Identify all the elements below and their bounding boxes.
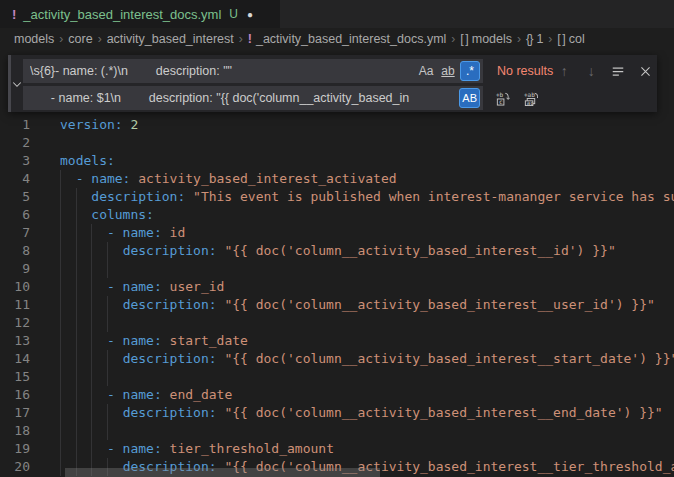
code-line-text: description: "This event is published wh… xyxy=(30,188,674,206)
indent-guide xyxy=(76,314,77,332)
code-line[interactable]: 12 xyxy=(0,314,674,332)
yaml-warning-icon: ! xyxy=(12,7,16,22)
line-number: 13 xyxy=(0,332,30,350)
code-line[interactable]: 5 description: "This event is published … xyxy=(0,188,674,206)
indent-guide xyxy=(91,440,92,458)
breadcrumb-item[interactable]: {}1 xyxy=(526,32,543,46)
indent-guide xyxy=(76,404,77,422)
match-case-toggle[interactable]: Aa xyxy=(416,61,436,81)
breadcrumb-separator: › xyxy=(548,32,552,46)
toggle-replace-button[interactable] xyxy=(11,55,23,112)
find-input[interactable]: \s{6}- name: (.*)\n description: "" Aa a… xyxy=(23,59,483,83)
code-line[interactable]: 16 - name: end_date xyxy=(0,386,674,404)
line-number: 9 xyxy=(0,260,30,278)
replace-button[interactable]: +b c xyxy=(491,87,513,109)
code-line[interactable]: 18 xyxy=(0,422,674,440)
code-line[interactable]: 4 - name: activity_based_interest_activa… xyxy=(0,170,674,188)
indent-guide xyxy=(60,386,61,404)
find-results-status: No results xyxy=(497,64,553,78)
breadcrumb-item[interactable]: core xyxy=(68,32,92,46)
git-untracked-badge: U xyxy=(229,7,238,21)
code-line[interactable]: 3models: xyxy=(0,152,674,170)
line-number: 8 xyxy=(0,242,30,260)
replace-all-icon: +ab ac xyxy=(523,91,538,106)
code-line[interactable]: 7 - name: id xyxy=(0,224,674,242)
chevron-down-icon xyxy=(11,78,23,90)
breadcrumb-label: activity_based_interest xyxy=(107,32,234,46)
code-line-text: - name: tier_threshold_amount xyxy=(30,440,674,458)
breadcrumb-item[interactable]: [ ]col xyxy=(557,32,584,46)
tab-active-file[interactable]: ! _activity_based_interest_docs.yml U ● xyxy=(0,0,280,28)
code-line[interactable]: 9 xyxy=(0,260,674,278)
code-line[interactable]: 1version: 2 xyxy=(0,116,674,134)
indent-guide xyxy=(60,440,61,458)
code-line[interactable]: 13 - name: start_date xyxy=(0,332,674,350)
breadcrumb-item[interactable]: [ ]models xyxy=(460,32,512,46)
breadcrumb-item[interactable]: activity_based_interest xyxy=(107,32,234,46)
code-line[interactable]: 15 xyxy=(0,368,674,386)
editor-pane[interactable]: 1version: 223models:4 - name: activity_b… xyxy=(0,50,674,477)
modified-dot-icon[interactable]: ● xyxy=(247,9,253,20)
code-line[interactable]: 11 description: "{{ doc('column__activit… xyxy=(0,296,674,314)
indent-guide xyxy=(60,350,61,368)
code-line-text: models: xyxy=(30,152,674,170)
code-line-text xyxy=(30,134,674,152)
indent-guide xyxy=(107,260,108,278)
tab-filename: _activity_based_interest_docs.yml xyxy=(23,7,221,22)
line-number: 6 xyxy=(0,206,30,224)
code-area[interactable]: 1version: 223models:4 - name: activity_b… xyxy=(0,116,674,476)
line-number: 10 xyxy=(0,278,30,296)
indent-guide xyxy=(91,350,92,368)
indent-guide xyxy=(91,242,92,260)
indent-guide xyxy=(60,332,61,350)
symbol-object-icon: {} xyxy=(526,32,532,46)
line-number: 5 xyxy=(0,188,30,206)
code-line-text xyxy=(30,422,674,440)
indent-guide xyxy=(76,368,77,386)
code-line[interactable]: 19 - name: tier_threshold_amount xyxy=(0,440,674,458)
replace-all-button[interactable]: +ab ac xyxy=(519,87,541,109)
indent-guide xyxy=(76,278,77,296)
indent-guide xyxy=(107,314,108,332)
line-number: 19 xyxy=(0,440,30,458)
horizontal-scrollbar[interactable] xyxy=(65,468,380,477)
code-line[interactable]: 14 description: "{{ doc('column__activit… xyxy=(0,350,674,368)
code-line-text: version: 2 xyxy=(30,116,674,134)
tab-bar: ! _activity_based_interest_docs.yml U ● xyxy=(0,0,674,28)
find-in-selection-button[interactable] xyxy=(607,60,629,82)
regex-toggle[interactable]: .* xyxy=(460,61,480,81)
symbol-array-icon: [ ] xyxy=(557,32,564,46)
code-line[interactable]: 6 columns: xyxy=(0,206,674,224)
indent-guide xyxy=(60,224,61,242)
preserve-case-toggle[interactable]: AB xyxy=(459,88,480,108)
indent-guide xyxy=(91,332,92,350)
indent-guide xyxy=(76,386,77,404)
previous-match-button[interactable]: ↑ xyxy=(553,60,575,82)
breadcrumb-item[interactable]: !_activity_based_interest_docs.yml xyxy=(248,32,447,46)
close-find-widget-button[interactable] xyxy=(634,60,656,82)
indent-guide xyxy=(107,242,108,260)
line-number: 4 xyxy=(0,170,30,188)
line-number: 17 xyxy=(0,404,30,422)
indent-guide xyxy=(60,296,61,314)
code-line[interactable]: 17 description: "{{ doc('column__activit… xyxy=(0,404,674,422)
whole-word-toggle[interactable]: ab xyxy=(438,61,458,81)
breadcrumb-label: _activity_based_interest_docs.yml xyxy=(256,32,446,46)
close-icon xyxy=(639,65,652,78)
indent-guide xyxy=(60,422,61,440)
breadcrumb-item[interactable]: models xyxy=(14,32,54,46)
breadcrumb: models›core›activity_based_interest›!_ac… xyxy=(0,28,674,50)
breadcrumb-label: models xyxy=(14,32,54,46)
indent-guide xyxy=(91,224,92,242)
next-match-button[interactable]: ↓ xyxy=(580,60,602,82)
indent-guide xyxy=(76,332,77,350)
replace-input[interactable]: - name: $1\n description: "{{ doc('colum… xyxy=(23,86,483,110)
code-line[interactable]: 2 xyxy=(0,134,674,152)
breadcrumb-separator: › xyxy=(517,32,521,46)
code-line[interactable]: 8 description: "{{ doc('column__activity… xyxy=(0,242,674,260)
code-line-text: columns: xyxy=(30,206,674,224)
code-line[interactable]: 10 - name: user_id xyxy=(0,278,674,296)
code-line-text xyxy=(30,314,674,332)
indent-guide xyxy=(76,224,77,242)
code-line-text xyxy=(30,260,674,278)
